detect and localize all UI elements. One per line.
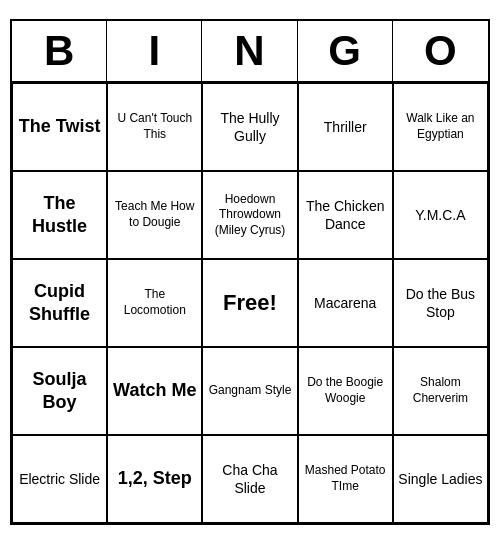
bingo-cell-20: Electric Slide: [12, 435, 107, 523]
bingo-cell-10: Cupid Shuffle: [12, 259, 107, 347]
bingo-cell-2: The Hully Gully: [202, 83, 297, 171]
bingo-header: BINGO: [12, 21, 488, 83]
header-letter-n: N: [202, 21, 297, 81]
bingo-cell-1: U Can't Touch This: [107, 83, 202, 171]
bingo-cell-3: Thriller: [298, 83, 393, 171]
bingo-cell-16: Watch Me: [107, 347, 202, 435]
bingo-cell-11: The Locomotion: [107, 259, 202, 347]
bingo-cell-22: Cha Cha Slide: [202, 435, 297, 523]
bingo-cell-14: Do the Bus Stop: [393, 259, 488, 347]
bingo-cell-9: Y.M.C.A: [393, 171, 488, 259]
bingo-cell-17: Gangnam Style: [202, 347, 297, 435]
bingo-cell-23: Mashed Potato TIme: [298, 435, 393, 523]
bingo-card: BINGO The TwistU Can't Touch ThisThe Hul…: [10, 19, 490, 525]
bingo-cell-18: Do the Boogie Woogie: [298, 347, 393, 435]
bingo-cell-13: Macarena: [298, 259, 393, 347]
header-letter-b: B: [12, 21, 107, 81]
bingo-cell-24: Single Ladies: [393, 435, 488, 523]
bingo-cell-21: 1,2, Step: [107, 435, 202, 523]
bingo-cell-8: The Chicken Dance: [298, 171, 393, 259]
bingo-cell-0: The Twist: [12, 83, 107, 171]
header-letter-g: G: [298, 21, 393, 81]
bingo-cell-19: Shalom Cherverim: [393, 347, 488, 435]
bingo-cell-15: Soulja Boy: [12, 347, 107, 435]
bingo-cell-12: Free!: [202, 259, 297, 347]
header-letter-o: O: [393, 21, 488, 81]
header-letter-i: I: [107, 21, 202, 81]
bingo-cell-6: Teach Me How to Dougie: [107, 171, 202, 259]
bingo-cell-7: Hoedown Throwdown (Miley Cyrus): [202, 171, 297, 259]
bingo-cell-5: The Hustle: [12, 171, 107, 259]
bingo-cell-4: Walk Like an Egyptian: [393, 83, 488, 171]
bingo-grid: The TwistU Can't Touch ThisThe Hully Gul…: [12, 83, 488, 523]
